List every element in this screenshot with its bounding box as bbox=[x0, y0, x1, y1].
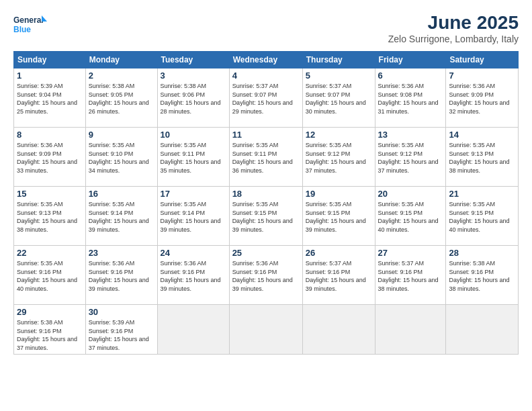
table-row bbox=[446, 305, 519, 355]
day-info: Sunrise: 5:35 AMSunset: 9:15 PMDaylight:… bbox=[378, 201, 439, 233]
day-info: Sunrise: 5:36 AMSunset: 9:16 PMDaylight:… bbox=[232, 260, 293, 292]
table-row: 6 Sunrise: 5:36 AMSunset: 9:08 PMDayligh… bbox=[375, 68, 446, 128]
col-thursday: Thursday bbox=[302, 52, 375, 68]
day-number: 10 bbox=[161, 130, 226, 140]
col-saturday: Saturday bbox=[446, 52, 519, 68]
day-info: Sunrise: 5:35 AMSunset: 9:14 PMDaylight:… bbox=[161, 201, 221, 233]
day-info: Sunrise: 5:35 AMSunset: 9:16 PMDaylight:… bbox=[17, 260, 77, 292]
day-number: 8 bbox=[17, 130, 83, 140]
table-row bbox=[157, 305, 229, 355]
table-row: 1 Sunrise: 5:39 AMSunset: 9:04 PMDayligh… bbox=[14, 68, 86, 128]
table-row bbox=[302, 305, 375, 355]
day-info: Sunrise: 5:35 AMSunset: 9:13 PMDaylight:… bbox=[17, 201, 77, 233]
table-row: 10 Sunrise: 5:35 AMSunset: 9:11 PMDaylig… bbox=[157, 128, 229, 187]
table-row: 2 Sunrise: 5:38 AMSunset: 9:05 PMDayligh… bbox=[85, 68, 157, 128]
day-info: Sunrise: 5:38 AMSunset: 9:06 PMDaylight:… bbox=[161, 83, 221, 115]
day-number: 27 bbox=[378, 248, 443, 258]
day-number: 18 bbox=[232, 189, 300, 199]
day-info: Sunrise: 5:35 AMSunset: 9:13 PMDaylight:… bbox=[449, 142, 509, 174]
day-number: 29 bbox=[17, 307, 83, 317]
day-number: 17 bbox=[161, 189, 226, 199]
table-row: 16 Sunrise: 5:35 AMSunset: 9:14 PMDaylig… bbox=[85, 187, 157, 246]
calendar-week-row: 22 Sunrise: 5:35 AMSunset: 9:16 PMDaylig… bbox=[14, 246, 519, 305]
day-info: Sunrise: 5:36 AMSunset: 9:16 PMDaylight:… bbox=[161, 260, 221, 292]
col-wednesday: Wednesday bbox=[229, 52, 302, 68]
day-number: 7 bbox=[449, 71, 515, 81]
day-info: Sunrise: 5:37 AMSunset: 9:16 PMDaylight:… bbox=[306, 260, 366, 292]
day-number: 1 bbox=[17, 71, 83, 81]
day-number: 12 bbox=[306, 130, 372, 140]
day-info: Sunrise: 5:38 AMSunset: 9:16 PMDaylight:… bbox=[17, 319, 77, 351]
table-row: 21 Sunrise: 5:35 AMSunset: 9:15 PMDaylig… bbox=[446, 187, 519, 246]
title-block: June 2025 Zelo Surrigone, Lombardy, Ital… bbox=[388, 12, 519, 44]
col-friday: Friday bbox=[375, 52, 446, 68]
day-number: 19 bbox=[306, 189, 372, 199]
table-row: 24 Sunrise: 5:36 AMSunset: 9:16 PMDaylig… bbox=[157, 246, 229, 305]
day-info: Sunrise: 5:37 AMSunset: 9:16 PMDaylight:… bbox=[378, 260, 439, 292]
table-row: 11 Sunrise: 5:35 AMSunset: 9:11 PMDaylig… bbox=[229, 128, 302, 187]
day-info: Sunrise: 5:35 AMSunset: 9:11 PMDaylight:… bbox=[232, 142, 293, 174]
calendar-table: Sunday Monday Tuesday Wednesday Thursday… bbox=[13, 51, 519, 355]
logo-svg: General Blue bbox=[13, 12, 47, 40]
day-number: 11 bbox=[232, 130, 300, 140]
day-info: Sunrise: 5:36 AMSunset: 9:09 PMDaylight:… bbox=[449, 83, 509, 115]
table-row: 4 Sunrise: 5:37 AMSunset: 9:07 PMDayligh… bbox=[229, 68, 302, 128]
calendar-week-row: 1 Sunrise: 5:39 AMSunset: 9:04 PMDayligh… bbox=[14, 68, 519, 128]
day-info: Sunrise: 5:38 AMSunset: 9:05 PMDaylight:… bbox=[89, 83, 149, 115]
day-number: 26 bbox=[306, 248, 372, 258]
day-number: 24 bbox=[161, 248, 226, 258]
table-row: 3 Sunrise: 5:38 AMSunset: 9:06 PMDayligh… bbox=[157, 68, 229, 128]
table-row: 28 Sunrise: 5:38 AMSunset: 9:16 PMDaylig… bbox=[446, 246, 519, 305]
day-info: Sunrise: 5:36 AMSunset: 9:09 PMDaylight:… bbox=[17, 142, 77, 174]
day-info: Sunrise: 5:38 AMSunset: 9:16 PMDaylight:… bbox=[449, 260, 509, 292]
day-info: Sunrise: 5:35 AMSunset: 9:15 PMDaylight:… bbox=[449, 201, 509, 233]
day-number: 6 bbox=[378, 71, 443, 81]
table-row: 8 Sunrise: 5:36 AMSunset: 9:09 PMDayligh… bbox=[14, 128, 86, 187]
day-number: 23 bbox=[89, 248, 154, 258]
table-row: 12 Sunrise: 5:35 AMSunset: 9:12 PMDaylig… bbox=[302, 128, 375, 187]
day-number: 5 bbox=[306, 71, 372, 81]
col-monday: Monday bbox=[85, 52, 157, 68]
day-info: Sunrise: 5:35 AMSunset: 9:10 PMDaylight:… bbox=[89, 142, 149, 174]
calendar-week-row: 8 Sunrise: 5:36 AMSunset: 9:09 PMDayligh… bbox=[14, 128, 519, 187]
day-info: Sunrise: 5:39 AMSunset: 9:04 PMDaylight:… bbox=[17, 83, 77, 115]
day-number: 13 bbox=[378, 130, 443, 140]
table-row: 7 Sunrise: 5:36 AMSunset: 9:09 PMDayligh… bbox=[446, 68, 519, 128]
table-row: 19 Sunrise: 5:35 AMSunset: 9:15 PMDaylig… bbox=[302, 187, 375, 246]
day-number: 9 bbox=[89, 130, 154, 140]
col-sunday: Sunday bbox=[14, 52, 86, 68]
day-number: 3 bbox=[161, 71, 226, 81]
day-info: Sunrise: 5:36 AMSunset: 9:08 PMDaylight:… bbox=[378, 83, 439, 115]
table-row: 29 Sunrise: 5:38 AMSunset: 9:16 PMDaylig… bbox=[14, 305, 86, 355]
month-title: June 2025 bbox=[388, 12, 519, 34]
location-title: Zelo Surrigone, Lombardy, Italy bbox=[388, 34, 519, 44]
day-number: 25 bbox=[232, 248, 300, 258]
calendar-week-row: 15 Sunrise: 5:35 AMSunset: 9:13 PMDaylig… bbox=[14, 187, 519, 246]
table-row: 27 Sunrise: 5:37 AMSunset: 9:16 PMDaylig… bbox=[375, 246, 446, 305]
table-row: 20 Sunrise: 5:35 AMSunset: 9:15 PMDaylig… bbox=[375, 187, 446, 246]
table-row: 30 Sunrise: 5:39 AMSunset: 9:16 PMDaylig… bbox=[85, 305, 157, 355]
day-info: Sunrise: 5:35 AMSunset: 9:11 PMDaylight:… bbox=[161, 142, 221, 174]
svg-text:Blue: Blue bbox=[13, 25, 31, 34]
day-info: Sunrise: 5:35 AMSunset: 9:14 PMDaylight:… bbox=[89, 201, 149, 233]
day-number: 22 bbox=[17, 248, 83, 258]
day-number: 14 bbox=[449, 130, 515, 140]
table-row bbox=[375, 305, 446, 355]
table-row: 15 Sunrise: 5:35 AMSunset: 9:13 PMDaylig… bbox=[14, 187, 86, 246]
page: General Blue June 2025 Zelo Surrigone, L… bbox=[0, 0, 532, 411]
day-number: 20 bbox=[378, 189, 443, 199]
table-row: 5 Sunrise: 5:37 AMSunset: 9:07 PMDayligh… bbox=[302, 68, 375, 128]
calendar-week-row: 29 Sunrise: 5:38 AMSunset: 9:16 PMDaylig… bbox=[14, 305, 519, 355]
day-number: 28 bbox=[449, 248, 515, 258]
table-row: 26 Sunrise: 5:37 AMSunset: 9:16 PMDaylig… bbox=[302, 246, 375, 305]
svg-text:General: General bbox=[13, 15, 44, 25]
day-info: Sunrise: 5:35 AMSunset: 9:12 PMDaylight:… bbox=[378, 142, 439, 174]
table-row: 9 Sunrise: 5:35 AMSunset: 9:10 PMDayligh… bbox=[85, 128, 157, 187]
day-number: 4 bbox=[232, 71, 300, 81]
day-number: 21 bbox=[449, 189, 515, 199]
col-tuesday: Tuesday bbox=[157, 52, 229, 68]
weekday-header-row: Sunday Monday Tuesday Wednesday Thursday… bbox=[14, 52, 519, 68]
day-info: Sunrise: 5:35 AMSunset: 9:12 PMDaylight:… bbox=[306, 142, 366, 174]
logo: General Blue bbox=[13, 12, 47, 40]
day-number: 30 bbox=[89, 307, 154, 317]
